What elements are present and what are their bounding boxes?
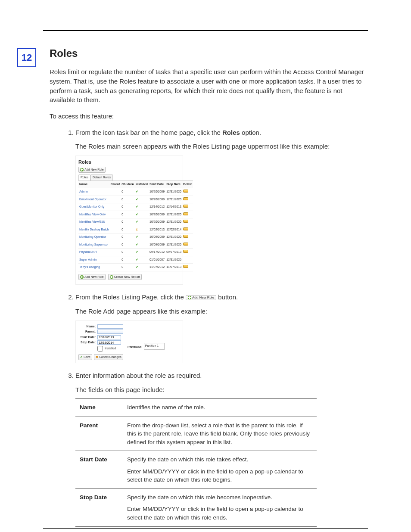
cell-start: 10/09/2009 [149, 241, 165, 249]
field-name: Name [75, 399, 123, 417]
fig1-title: Roles [78, 159, 180, 166]
cell-children: 0 [121, 264, 134, 271]
fig1-tab-roles[interactable]: Roles [78, 174, 90, 180]
cell-installed: ⧗ [135, 226, 149, 233]
cell-installed: ✔ [135, 241, 149, 249]
role-name-link[interactable]: Identifies View Only [78, 211, 109, 218]
fig1-foot-report-button[interactable]: Create New Report [108, 274, 142, 280]
fig1-th-installed: Installed [135, 180, 149, 188]
cell-delete [182, 218, 193, 226]
cell-start: 10/20/2009 [149, 218, 165, 226]
cell-delete [182, 203, 193, 211]
delete-button[interactable] [183, 205, 188, 208]
role-name-link[interactable]: Physical 24/7 [78, 249, 109, 256]
fig1-tab-default[interactable]: Default Roles [90, 174, 113, 180]
field-desc-paragraph: Specify the date on which this role take… [127, 455, 312, 464]
cell-delete [182, 249, 193, 256]
delete-button[interactable] [183, 220, 188, 223]
cell-start: 10/20/2009 [149, 211, 165, 218]
check-icon: ✔ [136, 258, 138, 261]
step1-strong: Roles [222, 129, 240, 136]
fig2-installed-checkbox[interactable] [97, 346, 103, 352]
fig1-th-stop: Stop Date [165, 180, 182, 188]
check-icon: ✔ [136, 190, 138, 193]
step3-text: Enter information about the role as requ… [75, 372, 202, 379]
delete-button[interactable] [183, 235, 188, 238]
fields-row: Start DateSpecify the date on which this… [75, 451, 317, 489]
step3-result: The fields on this page include: [75, 385, 368, 395]
fig1-table: Name Parent Children Installed Start Dat… [78, 180, 193, 271]
role-name-link[interactable]: Monitoring Operator [78, 233, 109, 241]
check-icon: ✔ [136, 235, 138, 238]
cell-parent [109, 188, 121, 196]
role-name-link[interactable]: Terry's Badging [78, 264, 109, 271]
plus-icon [110, 275, 113, 279]
cell-parent [109, 203, 121, 211]
role-name-link[interactable]: GuestMonitor Only [78, 203, 109, 211]
step1-text: From the icon task bar on the home page,… [75, 129, 261, 136]
delete-button[interactable] [183, 190, 188, 193]
delete-button[interactable] [183, 265, 188, 268]
cell-delete [182, 264, 193, 271]
step2-result: The Role Add page appears like this exam… [75, 307, 368, 316]
plus-icon [188, 296, 191, 299]
delete-button[interactable] [183, 227, 188, 230]
cell-stop: 12/31/2025 [165, 256, 182, 264]
table-row: GuestMonitor Only0✔12/14/201212/14/2013 [78, 203, 193, 211]
fig2-cancel-button[interactable]: ✖ Cancel Changes [94, 354, 123, 361]
fig2-parent-select[interactable] [97, 330, 123, 334]
cell-installed: ✔ [135, 196, 149, 203]
cell-children: 0 [121, 218, 134, 226]
table-row: Admin0✔10/20/200912/31/2020 [78, 188, 193, 196]
cell-children: 0 [121, 249, 134, 256]
role-name-link[interactable]: Admin [78, 188, 109, 196]
delete-button[interactable] [183, 250, 188, 253]
delete-button[interactable] [183, 197, 188, 200]
figure-role-add: Name: Parent: Start Date: [75, 320, 183, 364]
step2-post: button. [218, 293, 238, 301]
cell-installed: ✔ [135, 218, 149, 226]
cell-start: 10/20/2009 [149, 188, 165, 196]
cell-parent [109, 196, 121, 203]
cell-start: 09/17/2012 [149, 249, 165, 256]
cell-parent [109, 226, 121, 233]
fields-row: Stop DateSpecify the date on which this … [75, 488, 317, 526]
table-row: Monitoring Operator0✔10/09/200912/31/202… [78, 233, 193, 241]
fig1-th-parent: Parent [109, 180, 121, 188]
cell-children: 0 [121, 256, 134, 264]
cell-stop: 12/31/2020 [165, 218, 182, 226]
role-name-link[interactable]: Super Admin [78, 256, 109, 264]
field-desc: Specify the date on which this role beco… [123, 488, 317, 526]
fig1-foot-add-button[interactable]: Add New Role [78, 274, 106, 280]
cell-installed: ✔ [135, 203, 149, 211]
fig1-foot-report-label: Create New Report [114, 275, 140, 280]
fig1-foot-add-label: Add New Role [84, 275, 104, 280]
role-name-link[interactable]: Identifies View/Edit [78, 218, 109, 226]
fig2-partitions-list[interactable]: Partition 1 [144, 343, 165, 350]
role-name-link[interactable]: Monitoring Supervisor [78, 241, 109, 249]
fig1-add-new-role-button[interactable]: Add New Role [78, 167, 106, 173]
fig2-stop-input[interactable] [97, 340, 121, 345]
delete-button[interactable] [183, 243, 188, 246]
inline-add-new-role-button[interactable]: Add New Role [186, 295, 216, 300]
figure-roles-listing: Roles Add New Role Roles Default Roles N… [75, 156, 183, 285]
cell-stop: 12/14/2013 [165, 203, 182, 211]
role-name-link[interactable]: Enrollment Operator [78, 196, 109, 203]
plus-icon [80, 168, 84, 171]
table-row: Identifies View/Edit0✔10/20/200912/31/20… [78, 218, 193, 226]
fig1-th-name: Name [78, 180, 109, 188]
cell-children: 0 [121, 241, 134, 249]
fig2-lbl-name: Name: [78, 324, 96, 329]
step1-result: The Roles main screen appears with the R… [75, 142, 368, 151]
cell-stop: 11/07/2013 [165, 264, 182, 271]
field-desc-paragraph: Specify the date on which this role beco… [127, 493, 312, 502]
delete-button[interactable] [183, 212, 188, 215]
fig2-name-input[interactable] [97, 324, 123, 329]
cell-start: 10/09/2009 [149, 233, 165, 241]
fig2-save-button[interactable]: ✔ Save [78, 354, 92, 361]
fig2-start-input[interactable] [97, 335, 121, 339]
fields-table: NameIdentifies the name of the role.Pare… [75, 398, 317, 526]
fig1-th-children: Children [121, 180, 134, 188]
role-name-link[interactable]: Identity Destroy Batch [78, 226, 109, 233]
cell-installed: ✔ [135, 211, 149, 218]
